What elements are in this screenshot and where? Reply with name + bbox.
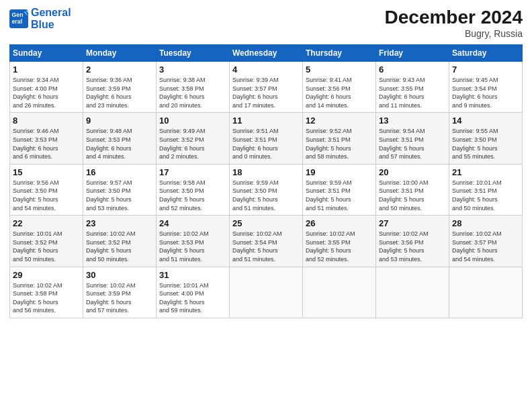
day-info: Sunrise: 9:56 AM Sunset: 3:50 PM Dayligh… [13, 179, 80, 212]
day-info: Sunrise: 10:01 AM Sunset: 4:00 PM Daylig… [159, 281, 226, 315]
calendar-cell: 20Sunrise: 10:00 AM Sunset: 3:51 PM Dayl… [376, 164, 449, 215]
day-number: 23 [86, 218, 153, 228]
title-block: December 2024 Bugry, Russia [385, 7, 523, 39]
calendar-cell: 1Sunrise: 9:34 AM Sunset: 4:00 PM Daylig… [10, 62, 83, 113]
day-number: 21 [452, 167, 519, 177]
logo-text: General Blue [31, 7, 71, 30]
calendar-cell: 23Sunrise: 10:02 AM Sunset: 3:52 PM Dayl… [83, 216, 157, 267]
subtitle: Bugry, Russia [385, 28, 523, 39]
calendar-cell: 11Sunrise: 9:51 AM Sunset: 3:51 PM Dayli… [230, 113, 303, 164]
calendar-cell: 28Sunrise: 10:02 AM Sunset: 3:57 PM Dayl… [449, 216, 523, 267]
calendar-cell [449, 267, 523, 318]
day-info: Sunrise: 9:57 AM Sunset: 3:50 PM Dayligh… [86, 179, 153, 212]
weekday-header-wednesday: Wednesday [230, 45, 303, 62]
day-info: Sunrise: 9:59 AM Sunset: 3:51 PM Dayligh… [306, 179, 373, 212]
day-number: 17 [159, 167, 226, 177]
calendar-cell: 15Sunrise: 9:56 AM Sunset: 3:50 PM Dayli… [10, 164, 83, 215]
day-number: 1 [13, 64, 80, 75]
calendar-cell [303, 267, 376, 318]
day-number: 22 [13, 218, 80, 228]
calendar-cell: 26Sunrise: 10:02 AM Sunset: 3:55 PM Dayl… [303, 216, 376, 267]
week-row-2: 8Sunrise: 9:46 AM Sunset: 3:53 PM Daylig… [10, 113, 523, 164]
week-row-3: 15Sunrise: 9:56 AM Sunset: 3:50 PM Dayli… [10, 164, 523, 215]
main-title: December 2024 [385, 7, 523, 28]
day-info: Sunrise: 10:02 AM Sunset: 3:59 PM Daylig… [86, 281, 153, 315]
day-number: 6 [379, 64, 446, 75]
week-row-1: 1Sunrise: 9:34 AM Sunset: 4:00 PM Daylig… [10, 62, 523, 113]
day-info: Sunrise: 9:36 AM Sunset: 3:59 PM Dayligh… [86, 76, 153, 109]
svg-text:Gen: Gen [12, 11, 24, 18]
day-number: 20 [379, 167, 446, 177]
day-info: Sunrise: 9:59 AM Sunset: 3:50 PM Dayligh… [232, 179, 300, 212]
day-number: 29 [13, 270, 80, 280]
calendar-cell: 25Sunrise: 10:02 AM Sunset: 3:54 PM Dayl… [230, 216, 303, 267]
day-info: Sunrise: 10:02 AM Sunset: 3:58 PM Daylig… [13, 281, 80, 315]
calendar-cell: 21Sunrise: 10:01 AM Sunset: 3:51 PM Dayl… [449, 164, 523, 215]
day-number: 16 [86, 167, 153, 177]
day-number: 3 [159, 64, 226, 75]
calendar-table: SundayMondayTuesdayWednesdayThursdayFrid… [9, 44, 523, 318]
day-number: 13 [379, 116, 446, 126]
calendar-cell [376, 267, 449, 318]
day-info: Sunrise: 9:43 AM Sunset: 3:55 PM Dayligh… [379, 76, 446, 109]
day-number: 12 [306, 116, 373, 126]
day-info: Sunrise: 9:34 AM Sunset: 4:00 PM Dayligh… [13, 76, 80, 109]
day-number: 25 [232, 218, 300, 228]
day-info: Sunrise: 10:02 AM Sunset: 3:52 PM Daylig… [86, 230, 153, 263]
calendar-cell: 16Sunrise: 9:57 AM Sunset: 3:50 PM Dayli… [83, 164, 157, 215]
calendar-cell: 7Sunrise: 9:45 AM Sunset: 3:54 PM Daylig… [449, 62, 523, 113]
day-number: 5 [306, 64, 373, 75]
day-info: Sunrise: 9:39 AM Sunset: 3:57 PM Dayligh… [232, 76, 300, 109]
day-number: 28 [452, 218, 519, 228]
day-number: 18 [232, 167, 300, 177]
day-number: 19 [306, 167, 373, 177]
weekday-header-friday: Friday [376, 45, 449, 62]
calendar-cell: 2Sunrise: 9:36 AM Sunset: 3:59 PM Daylig… [83, 62, 157, 113]
calendar-cell: 13Sunrise: 9:54 AM Sunset: 3:51 PM Dayli… [376, 113, 449, 164]
calendar-cell: 17Sunrise: 9:58 AM Sunset: 3:50 PM Dayli… [157, 164, 230, 215]
day-number: 14 [452, 116, 519, 126]
header: Gen eral General Blue December 2024 Bugr… [9, 7, 523, 39]
calendar-cell: 29Sunrise: 10:02 AM Sunset: 3:58 PM Dayl… [10, 267, 83, 318]
day-info: Sunrise: 9:46 AM Sunset: 3:53 PM Dayligh… [13, 127, 80, 161]
calendar-cell: 5Sunrise: 9:41 AM Sunset: 3:56 PM Daylig… [303, 62, 376, 113]
calendar-cell: 24Sunrise: 10:02 AM Sunset: 3:53 PM Dayl… [157, 216, 230, 267]
logo: Gen eral General Blue [9, 7, 71, 30]
day-info: Sunrise: 9:45 AM Sunset: 3:54 PM Dayligh… [452, 76, 519, 109]
calendar-cell: 22Sunrise: 10:01 AM Sunset: 3:52 PM Dayl… [10, 216, 83, 267]
svg-text:eral: eral [12, 18, 23, 25]
day-info: Sunrise: 9:49 AM Sunset: 3:52 PM Dayligh… [159, 127, 226, 161]
calendar-cell [230, 267, 303, 318]
day-number: 10 [159, 116, 226, 126]
calendar-cell: 31Sunrise: 10:01 AM Sunset: 4:00 PM Dayl… [157, 267, 230, 318]
calendar-cell: 14Sunrise: 9:55 AM Sunset: 3:50 PM Dayli… [449, 113, 523, 164]
day-number: 8 [13, 116, 80, 126]
main-container: Gen eral General Blue December 2024 Bugr… [0, 0, 532, 411]
calendar-body: 1Sunrise: 9:34 AM Sunset: 4:00 PM Daylig… [10, 62, 523, 318]
day-number: 9 [86, 116, 153, 126]
day-number: 26 [306, 218, 373, 228]
logo-icon: Gen eral [9, 9, 28, 28]
calendar-cell: 30Sunrise: 10:02 AM Sunset: 3:59 PM Dayl… [83, 267, 157, 318]
day-info: Sunrise: 10:00 AM Sunset: 3:51 PM Daylig… [379, 179, 446, 212]
day-number: 7 [452, 64, 519, 75]
weekday-header-monday: Monday [83, 45, 157, 62]
weekday-header-tuesday: Tuesday [157, 45, 230, 62]
calendar-cell: 18Sunrise: 9:59 AM Sunset: 3:50 PM Dayli… [230, 164, 303, 215]
calendar-cell: 9Sunrise: 9:48 AM Sunset: 3:53 PM Daylig… [83, 113, 157, 164]
day-info: Sunrise: 10:02 AM Sunset: 3:53 PM Daylig… [159, 230, 226, 263]
weekday-header-sunday: Sunday [10, 45, 83, 62]
day-number: 15 [13, 167, 80, 177]
day-number: 30 [86, 270, 153, 280]
day-info: Sunrise: 9:54 AM Sunset: 3:51 PM Dayligh… [379, 127, 446, 161]
day-info: Sunrise: 10:02 AM Sunset: 3:54 PM Daylig… [232, 230, 300, 263]
day-info: Sunrise: 9:41 AM Sunset: 3:56 PM Dayligh… [306, 76, 373, 109]
day-info: Sunrise: 9:52 AM Sunset: 3:51 PM Dayligh… [306, 127, 373, 161]
day-info: Sunrise: 10:02 AM Sunset: 3:56 PM Daylig… [379, 230, 446, 263]
calendar-cell: 8Sunrise: 9:46 AM Sunset: 3:53 PM Daylig… [10, 113, 83, 164]
calendar-cell: 12Sunrise: 9:52 AM Sunset: 3:51 PM Dayli… [303, 113, 376, 164]
weekday-header-thursday: Thursday [303, 45, 376, 62]
day-number: 27 [379, 218, 446, 228]
day-info: Sunrise: 10:02 AM Sunset: 3:57 PM Daylig… [452, 230, 519, 263]
calendar-cell: 27Sunrise: 10:02 AM Sunset: 3:56 PM Dayl… [376, 216, 449, 267]
